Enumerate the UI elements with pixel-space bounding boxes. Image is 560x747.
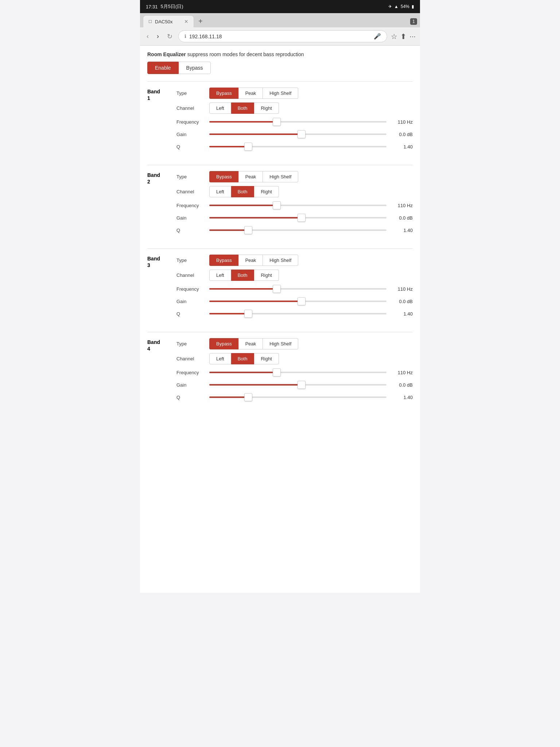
band-1-header: Band1 Type BypassPeakHigh Shelf Channel … (147, 88, 413, 155)
q-value-band2: 1.40 (391, 228, 413, 233)
gain-label: Gain (176, 132, 209, 137)
channel-btn-group-band4: LeftBothRight (209, 353, 279, 364)
type-row-band4: Type BypassPeakHigh Shelf (176, 338, 413, 349)
address-bar[interactable]: ℹ 192.168.11.18 🎤 (178, 30, 387, 42)
band-section-4: Band4 Type BypassPeakHigh Shelf Channel … (147, 332, 413, 415)
band-3-controls: Type BypassPeakHigh Shelf Channel LeftBo… (176, 255, 413, 322)
page-description: Room Equalizer suppress room modes for d… (147, 51, 413, 57)
type-button-bypass-band4[interactable]: Bypass (209, 338, 238, 349)
frequency-slider-band3: 110 Hz (209, 285, 413, 293)
mic-icon[interactable]: 🎤 (374, 33, 381, 40)
page-title-rest: suppress room modes for decent bass repr… (186, 51, 304, 57)
type-button-high-shelf-band3[interactable]: High Shelf (263, 255, 298, 266)
frequency-thumb-band1[interactable] (273, 118, 281, 126)
frequency-thumb-band3[interactable] (273, 285, 281, 293)
gain-thumb-band4[interactable] (298, 381, 306, 389)
type-button-high-shelf-band1[interactable]: High Shelf (263, 88, 298, 99)
band-2-label: Band2 (147, 171, 176, 185)
q-thumb-band4[interactable] (244, 393, 252, 401)
gain-row-band1: Gain 0.0 dB (176, 130, 413, 139)
frequency-thumb-band2[interactable] (273, 201, 281, 209)
q-thumb-band2[interactable] (244, 226, 252, 234)
gain-slider-band2: 0.0 dB (209, 213, 413, 222)
status-left: 17:31 5月5日(日) (146, 3, 183, 10)
frequency-slider-band2: 110 Hz (209, 201, 413, 210)
type-btn-group-band3: BypassPeakHigh Shelf (209, 255, 298, 266)
status-right: ✈ ▲ 54% ▮ (388, 4, 414, 9)
q-thumb-band3[interactable] (244, 310, 252, 318)
tab-bar: ☐ DAC50x ✕ + 1 (140, 13, 420, 27)
channel-button-right-band1[interactable]: Right (254, 102, 279, 114)
bypass-button[interactable]: Bypass (179, 62, 211, 74)
type-label-band1: Type (176, 90, 209, 96)
type-button-bypass-band2[interactable]: Bypass (209, 171, 238, 182)
channel-button-right-band3[interactable]: Right (254, 270, 279, 281)
gain-value-band3: 0.0 dB (391, 299, 413, 304)
type-button-peak-band2[interactable]: Peak (238, 171, 263, 182)
channel-button-right-band2[interactable]: Right (254, 186, 279, 197)
q-row-band2: Q 1.40 (176, 226, 413, 235)
frequency-slider-band1: 110 Hz (209, 117, 413, 126)
q-slider-band1: 1.40 (209, 142, 413, 151)
band-3-label: Band3 (147, 255, 176, 268)
gain-thumb-band2[interactable] (298, 214, 306, 222)
battery-text: 54% (401, 4, 409, 9)
channel-btn-group-band1: LeftBothRight (209, 102, 279, 114)
frequency-label: Frequency (176, 203, 209, 208)
new-tab-button[interactable]: + (195, 16, 206, 27)
type-button-peak-band4[interactable]: Peak (238, 338, 263, 349)
tab-close-button[interactable]: ✕ (184, 19, 188, 24)
frequency-row-band4: Frequency 110 Hz (176, 368, 413, 377)
channel-button-left-band4[interactable]: Left (209, 353, 231, 364)
enable-button[interactable]: Enable (147, 62, 179, 74)
type-button-bypass-band3[interactable]: Bypass (209, 255, 238, 266)
frequency-value-band4: 110 Hz (391, 370, 413, 375)
type-button-peak-band1[interactable]: Peak (238, 88, 263, 99)
menu-button[interactable]: ··· (409, 32, 416, 41)
frequency-value-band2: 110 Hz (391, 203, 413, 208)
gain-label: Gain (176, 299, 209, 304)
channel-button-left-band1[interactable]: Left (209, 102, 231, 114)
browser-chrome: ☐ DAC50x ✕ + 1 ‹ › ↻ ℹ 192.168.11.18 🎤 ☆… (140, 13, 420, 46)
frequency-row-band1: Frequency 110 Hz (176, 117, 413, 126)
channel-button-left-band3[interactable]: Left (209, 270, 231, 281)
frequency-thumb-band4[interactable] (273, 368, 281, 376)
band-1-controls: Type BypassPeakHigh Shelf Channel LeftBo… (176, 88, 413, 155)
info-icon: ℹ (184, 34, 186, 39)
channel-button-both-band2[interactable]: Both (231, 186, 254, 197)
type-row-band3: Type BypassPeakHigh Shelf (176, 255, 413, 266)
channel-btn-group-band2: LeftBothRight (209, 186, 279, 197)
q-value-band1: 1.40 (391, 144, 413, 150)
channel-button-both-band3[interactable]: Both (231, 270, 254, 281)
forward-button[interactable]: › (155, 31, 161, 42)
channel-button-right-band4[interactable]: Right (254, 353, 279, 364)
q-label: Q (176, 311, 209, 317)
share-button[interactable]: ⬆ (400, 32, 407, 41)
gain-thumb-band1[interactable] (298, 130, 306, 138)
gain-thumb-band3[interactable] (298, 297, 306, 305)
type-button-high-shelf-band2[interactable]: High Shelf (263, 171, 298, 182)
channel-button-both-band4[interactable]: Both (231, 353, 254, 364)
back-button[interactable]: ‹ (144, 31, 151, 42)
q-row-band4: Q 1.40 (176, 393, 413, 402)
channel-button-both-band1[interactable]: Both (231, 102, 254, 114)
frequency-row-band3: Frequency 110 Hz (176, 285, 413, 293)
reload-button[interactable]: ↻ (165, 31, 175, 42)
q-slider-band2: 1.40 (209, 226, 413, 235)
channel-label-band1: Channel (176, 105, 209, 111)
active-tab[interactable]: ☐ DAC50x ✕ (143, 15, 194, 27)
q-slider-band4: 1.40 (209, 393, 413, 402)
bookmark-button[interactable]: ☆ (391, 32, 397, 41)
frequency-value-band1: 110 Hz (391, 119, 413, 125)
type-button-bypass-band1[interactable]: Bypass (209, 88, 238, 99)
type-button-peak-band3[interactable]: Peak (238, 255, 263, 266)
q-row-band1: Q 1.40 (176, 142, 413, 151)
band-section-1: Band1 Type BypassPeakHigh Shelf Channel … (147, 81, 413, 165)
q-thumb-band1[interactable] (244, 143, 252, 151)
channel-label-band4: Channel (176, 356, 209, 361)
channel-button-left-band2[interactable]: Left (209, 186, 231, 197)
channel-label-band2: Channel (176, 189, 209, 194)
gain-value-band1: 0.0 dB (391, 132, 413, 137)
type-button-high-shelf-band4[interactable]: High Shelf (263, 338, 298, 349)
type-label-band2: Type (176, 174, 209, 179)
